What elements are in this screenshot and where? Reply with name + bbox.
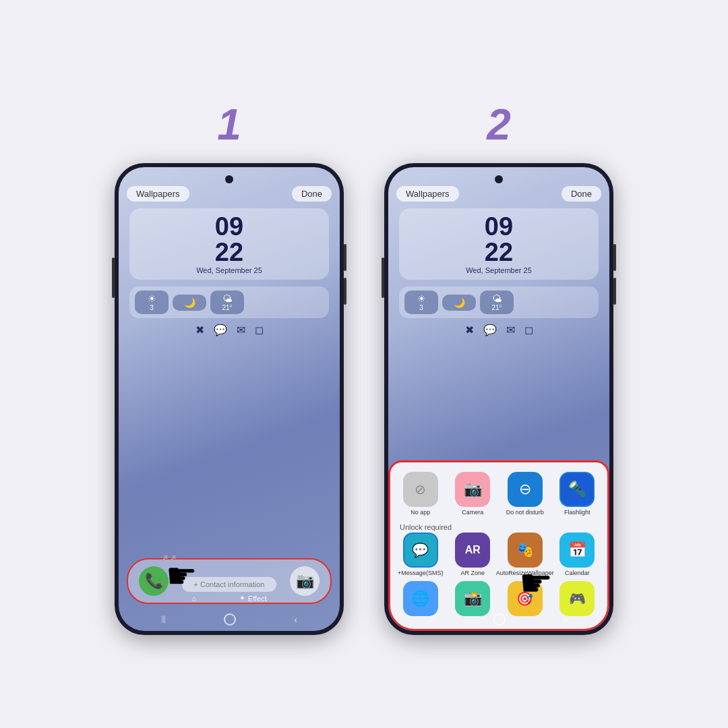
message-label: +Message(SMS) xyxy=(398,570,443,577)
calendar-icon[interactable]: 📅 xyxy=(559,533,595,568)
weather-item-sun: ☀ 3 xyxy=(135,291,169,314)
row3-icon-2[interactable]: 📸 xyxy=(455,581,490,616)
nav-bar-1: ⫴ ‹ xyxy=(119,613,340,626)
weather-item-cloud: 🌤 21° xyxy=(210,291,244,314)
app-item-noapp[interactable]: ⊘ No app xyxy=(398,472,444,516)
app-item-message[interactable]: 💬 +Message(SMS) xyxy=(398,533,444,577)
calendar-label: Calendar xyxy=(565,570,590,577)
top-bar-2: Wallpapers Done xyxy=(388,183,609,204)
app-item-camera[interactable]: 📷 Camera xyxy=(450,472,495,516)
sun-icon: ☀ xyxy=(148,293,156,304)
dnd-label: Do not disturb xyxy=(506,509,544,516)
wallpapers-btn-2[interactable]: Wallpapers xyxy=(396,186,459,202)
nav-home-circle[interactable] xyxy=(224,613,236,626)
arzone-label: AR Zone xyxy=(460,570,485,577)
top-bar-1: Wallpapers Done xyxy=(119,183,340,204)
camera-app-icon[interactable]: 📷 xyxy=(455,472,490,507)
done-btn-1[interactable]: Done xyxy=(292,186,332,202)
weather-val-2-3: 21° xyxy=(491,304,502,311)
unlock-required-label: Unlock required xyxy=(397,520,601,533)
clock-date-2: Wed, September 25 xyxy=(408,266,589,274)
hand-cursor-2: ☛ xyxy=(519,561,553,605)
shortcut-icon-2-4: ◻ xyxy=(524,324,533,336)
effect-area: ⌂ ✦ Effect xyxy=(119,594,340,603)
message-icon[interactable]: 💬 xyxy=(403,533,438,568)
no-app-label: No app xyxy=(411,509,430,516)
nav-lines-icon: ⫴ xyxy=(161,613,166,626)
app-item-row3-2[interactable]: 📸 xyxy=(450,581,495,618)
effect-label-1: Effect xyxy=(248,595,267,603)
weather-widget-1: ☀ 3 🌙 🌤 21° xyxy=(129,286,329,318)
drawer-row-3: 🌐 📸 🎯 xyxy=(397,581,601,618)
weather-item-sun-2: ☀ 3 xyxy=(404,291,438,314)
shortcut-icon-2-3: ✉ xyxy=(506,324,515,336)
app-item-calendar[interactable]: 📅 Calendar xyxy=(554,533,600,577)
clock-date-1: Wed, September 25 xyxy=(139,266,320,274)
nav-bar-2: ⫴ ‹ xyxy=(388,613,609,626)
nav-back-icon-2[interactable]: ‹ xyxy=(564,614,567,625)
clock-hour-2: 09 xyxy=(408,214,589,239)
dnd-icon[interactable]: ⊖ xyxy=(508,472,543,507)
cloud-icon-2: 🌤 xyxy=(492,293,502,304)
sun-icon-2: ☀ xyxy=(417,293,426,304)
weather-val-1: 3 xyxy=(150,304,154,311)
shortcuts-row-1: ✖ 💬 ✉ ◻ xyxy=(129,324,329,336)
weather-val-3: 21° xyxy=(222,304,232,311)
weather-val-2-1: 3 xyxy=(419,304,423,311)
shortcut-icon-2-1: ✖ xyxy=(465,324,474,336)
drawer-row-2: 💬 +Message(SMS) AR AR Zone xyxy=(397,533,601,577)
phone-2-screen: Wallpapers Done 09 22 Wed, September 25 … xyxy=(388,167,609,631)
phone-2-content: ⊘ No app 📷 Camera xyxy=(388,339,609,631)
shortcut-icon-2: 💬 xyxy=(214,324,227,336)
step-2: 2 Wallpapers Done 09 22 Wed, September 2… xyxy=(384,100,613,642)
weather-item-cloud-2: 🌤 21° xyxy=(480,291,514,314)
clock-hour-1: 09 xyxy=(139,214,320,239)
no-app-icon[interactable]: ⊘ xyxy=(403,472,438,507)
spark-lines-1: ↗↗ xyxy=(160,553,177,564)
step-1: 1 Wallpapers Done 09 22 Wed, September 2… xyxy=(115,100,344,635)
drawer-row-1: ⊘ No app 📷 Camera xyxy=(397,472,601,516)
clock-min-1: 22 xyxy=(139,239,320,265)
flashlight-label: Flashlight xyxy=(564,509,590,516)
phone-2: Wallpapers Done 09 22 Wed, September 25 … xyxy=(384,163,613,635)
dock-camera-icon[interactable]: 📷 xyxy=(290,566,320,596)
done-btn-2[interactable]: Done xyxy=(562,186,601,202)
app-item-row3-4[interactable]: 🎮 xyxy=(554,581,600,618)
step-1-number: 1 xyxy=(217,100,241,150)
step-2-number: 2 xyxy=(487,100,511,150)
flashlight-icon[interactable]: 🔦 xyxy=(559,472,595,507)
app-item-dnd[interactable]: ⊖ Do not disturb xyxy=(502,472,548,516)
row3-icon-4[interactable]: 🎮 xyxy=(559,581,595,616)
app-item-flashlight[interactable]: 🔦 Flashlight xyxy=(554,472,600,516)
camera-app-label: Camera xyxy=(462,509,483,516)
clock-widget-1: 09 22 Wed, September 25 xyxy=(129,208,329,280)
wallpapers-btn-1[interactable]: Wallpapers xyxy=(127,186,189,202)
shortcut-icon-1: ✖ xyxy=(195,324,204,336)
weather-item-moon-2: 🌙 xyxy=(442,295,476,311)
shortcut-icon-4: ◻ xyxy=(255,324,264,336)
app-item-arzone[interactable]: AR AR Zone xyxy=(450,533,495,577)
clock-widget-2: 09 22 Wed, September 25 xyxy=(399,208,599,280)
shortcuts-row-2: ✖ 💬 ✉ ◻ xyxy=(399,324,599,336)
nav-home-circle-2[interactable] xyxy=(493,613,506,626)
clock-min-2: 22 xyxy=(408,239,589,265)
weather-item-moon: 🌙 xyxy=(173,295,206,311)
phone-1: Wallpapers Done 09 22 Wed, September 25 … xyxy=(115,163,344,635)
shortcut-icon-3: ✉ xyxy=(237,324,245,336)
phone-1-screen: Wallpapers Done 09 22 Wed, September 25 … xyxy=(119,167,340,631)
camera-notch-1 xyxy=(225,175,233,183)
shortcut-icon-2-2: 💬 xyxy=(483,324,497,336)
effect-icon: ✦ xyxy=(239,594,245,603)
moon-icon-2: 🌙 xyxy=(454,297,465,308)
app-drawer: ⊘ No app 📷 Camera xyxy=(388,460,609,631)
row3-icon-1[interactable]: 🌐 xyxy=(403,581,438,616)
app-item-row3-1[interactable]: 🌐 xyxy=(398,581,444,618)
nav-lines-icon-2: ⫴ xyxy=(431,613,435,626)
dock-phone-icon[interactable]: 📞 xyxy=(139,566,169,596)
main-container: 1 Wallpapers Done 09 22 Wed, September 2… xyxy=(115,86,613,642)
arzone-icon[interactable]: AR xyxy=(455,533,490,568)
nav-back-icon[interactable]: ‹ xyxy=(294,614,297,625)
phone-1-content: + Contact information 📞 📷 ⌂ ✦ Effect xyxy=(119,339,340,631)
weather-widget-2: ☀ 3 🌙 🌤 21° xyxy=(399,286,599,318)
cloud-icon: 🌤 xyxy=(222,293,232,304)
